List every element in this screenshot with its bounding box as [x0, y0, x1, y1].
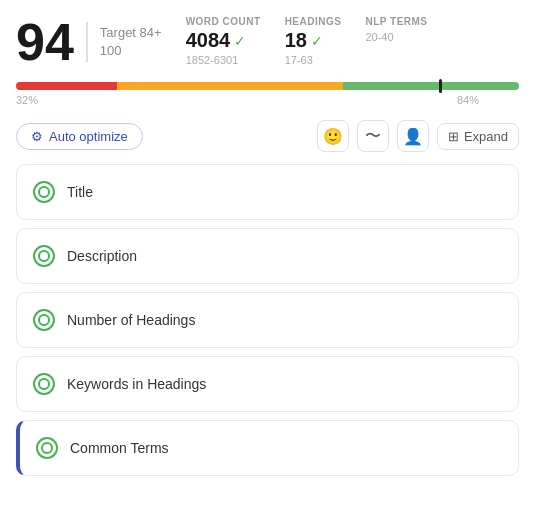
list-item[interactable]: Keywords in Headings — [16, 356, 519, 412]
chart-icon-button[interactable]: 〜 — [357, 120, 389, 152]
toolbar-icons: 🙂 〜 👤 ⊞ Expand — [317, 120, 519, 152]
headings-label: HEADINGS — [285, 16, 342, 27]
list-section: TitleDescriptionNumber of HeadingsKeywor… — [0, 160, 535, 476]
list-item-label: Number of Headings — [67, 312, 195, 328]
list-item-label: Common Terms — [70, 440, 169, 456]
word-count-check: ✓ — [234, 33, 246, 49]
list-item-label: Title — [67, 184, 93, 200]
expand-label: Expand — [464, 129, 508, 144]
progress-right-label: 84% — [457, 94, 519, 106]
list-item[interactable]: Number of Headings — [16, 292, 519, 348]
nlp-terms-label: NLP TERMS — [365, 16, 427, 27]
metric-nlp-terms: NLP TERMS 20-40 — [365, 16, 427, 66]
headings-range: 17-63 — [285, 54, 342, 66]
word-count-value: 4084 — [186, 29, 231, 52]
metrics-row: WORD COUNT 4084 ✓ 1852-6301 HEADINGS 18 … — [186, 16, 428, 66]
score-block: 94 Target 84+ 100 — [16, 16, 162, 68]
list-item-label: Description — [67, 248, 137, 264]
nlp-terms-range: 20-40 — [365, 31, 427, 43]
list-item-status-icon — [33, 245, 55, 267]
list-item-status-icon — [33, 373, 55, 395]
target-label: Target 84+ — [100, 24, 162, 42]
person-icon-button[interactable]: 👤 — [397, 120, 429, 152]
progress-marker — [439, 79, 442, 93]
auto-optimize-button[interactable]: ⚙ Auto optimize — [16, 123, 143, 150]
word-count-range: 1852-6301 — [186, 54, 261, 66]
list-item-status-icon — [36, 437, 58, 459]
headings-value-row: 18 ✓ — [285, 29, 342, 52]
progress-left-label: 32% — [16, 94, 38, 106]
chart-icon: 〜 — [365, 126, 381, 147]
word-count-value-row: 4084 ✓ — [186, 29, 261, 52]
toolbar: ⚙ Auto optimize 🙂 〜 👤 ⊞ Expand — [0, 110, 535, 160]
auto-optimize-label: Auto optimize — [49, 129, 128, 144]
top-section: 94 Target 84+ 100 WORD COUNT 4084 ✓ 1852… — [0, 0, 535, 68]
metric-headings: HEADINGS 18 ✓ 17-63 — [285, 16, 342, 66]
expand-button[interactable]: ⊞ Expand — [437, 123, 519, 150]
sentiment-icon: 🙂 — [323, 127, 343, 146]
list-item[interactable]: Title — [16, 164, 519, 220]
expand-icon: ⊞ — [448, 129, 459, 144]
progress-bar — [16, 82, 519, 90]
target-value: 100 — [100, 42, 162, 60]
headings-value: 18 — [285, 29, 307, 52]
list-item-status-icon — [33, 309, 55, 331]
score-value: 94 — [16, 16, 74, 68]
list-item[interactable]: Description — [16, 228, 519, 284]
score-target: Target 84+ 100 — [100, 24, 162, 60]
gear-icon: ⚙ — [31, 129, 43, 144]
list-item-label: Keywords in Headings — [67, 376, 206, 392]
person-icon: 👤 — [403, 127, 423, 146]
word-count-label: WORD COUNT — [186, 16, 261, 27]
progress-section: 32% 84% — [0, 68, 535, 110]
list-item-status-icon — [33, 181, 55, 203]
score-divider — [86, 22, 88, 62]
list-item[interactable]: Common Terms — [16, 420, 519, 476]
progress-labels: 32% 84% — [16, 94, 519, 106]
emoji-icon-button[interactable]: 🙂 — [317, 120, 349, 152]
metric-word-count: WORD COUNT 4084 ✓ 1852-6301 — [186, 16, 261, 66]
headings-check: ✓ — [311, 33, 323, 49]
